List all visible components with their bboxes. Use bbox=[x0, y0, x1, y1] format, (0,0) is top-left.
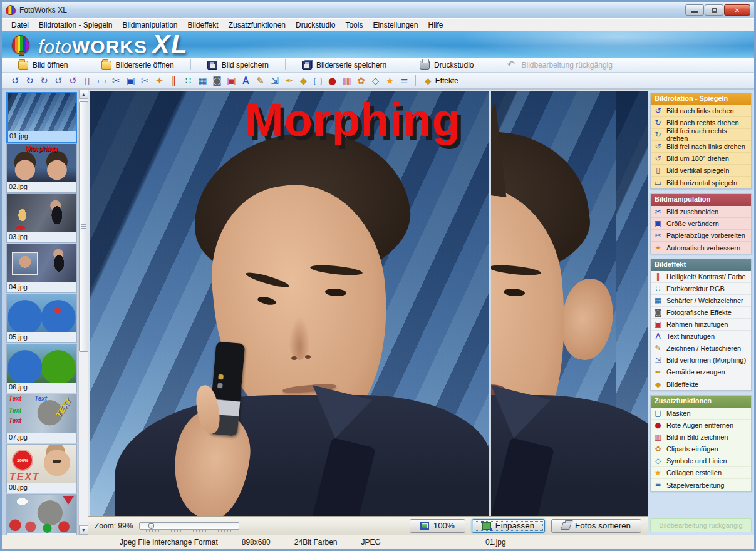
flip-vertical-icon[interactable]: ▯ bbox=[80, 75, 95, 87]
image-in-image-icon[interactable]: ▥ bbox=[339, 75, 354, 87]
effects-button[interactable]: ◆Effekte bbox=[420, 75, 463, 87]
panel-item-bildeffekte[interactable]: ◆Bildeffekte bbox=[651, 378, 751, 390]
panel-item-sch-rfer-weichzeichner[interactable]: ▦Schärfer / Weichzeichner bbox=[651, 295, 751, 307]
menu-item-bildmanipulation[interactable]: Bildmanipulation bbox=[118, 19, 182, 31]
panel-item-farbkorrektur-rgb[interactable]: ∷Farbkorrektur RGB bbox=[651, 283, 751, 295]
scrollbar-track[interactable] bbox=[79, 99, 88, 525]
thumbnail-04-jpg[interactable]: 04.jpg bbox=[6, 244, 77, 293]
zoom-100-button[interactable]: 100% bbox=[410, 519, 465, 533]
panel-item-gr-e-ver-ndern[interactable]: ▣Größe verändern bbox=[651, 218, 751, 230]
panel-item-helligkeit-kontrast-farbe[interactable]: ‖Helligkeit/ Kontrast/ Farbe bbox=[651, 271, 751, 283]
panel-item-zeichnen-retuschieren[interactable]: ✎Zeichnen / Retuschieren bbox=[651, 342, 751, 354]
menu-item-tools[interactable]: Tools bbox=[341, 19, 367, 31]
brightness-contrast-icon[interactable]: ‖ bbox=[167, 75, 181, 87]
paper-prints-icon[interactable]: ✂ bbox=[138, 75, 152, 87]
toolbar-button-bildbearbeitung-r-ckg-ngig[interactable]: ↶Bildbearbeitung rückgängig bbox=[490, 58, 628, 72]
crop-image-icon[interactable]: ✂ bbox=[109, 75, 123, 87]
resize-icon[interactable]: ▣ bbox=[123, 75, 138, 87]
image-canvas[interactable]: Morphing bbox=[88, 90, 648, 516]
menu-item-datei[interactable]: Datei bbox=[7, 19, 33, 31]
panel-item-bild-verformen-morphing[interactable]: ⇲Bild verformen (Morphing) bbox=[651, 354, 751, 366]
thumbnail-02-jpg[interactable]: Morphing02.jpg bbox=[6, 143, 77, 193]
draw-retouch-icon[interactable]: ✎ bbox=[253, 75, 267, 87]
scrollbar-thumb[interactable] bbox=[79, 101, 88, 352]
thumbnail-01-jpg[interactable]: 01.jpg bbox=[6, 92, 77, 143]
undo-edit-button[interactable]: Bildbearbeitung rückgängig bbox=[650, 518, 752, 532]
toolbar-button-bilderserie-ffnen[interactable]: Bilderserie öffnen bbox=[85, 58, 190, 72]
rotate-left-icon[interactable]: ↺ bbox=[8, 75, 23, 87]
add-text-icon[interactable]: A bbox=[239, 75, 253, 87]
close-button[interactable]: ✕ bbox=[724, 4, 750, 16]
rotate-180-icon[interactable]: ↺ bbox=[66, 75, 80, 87]
maximize-button[interactable] bbox=[705, 4, 723, 16]
menu-item-zusatzfunktionen[interactable]: Zusatzfunktionen bbox=[224, 19, 290, 31]
red-eye-icon[interactable]: ● bbox=[325, 75, 339, 87]
thumbnail-07-jpg[interactable]: TextTextTextTextTEXT07.jpg bbox=[6, 394, 77, 443]
painting-icon[interactable]: ✒ bbox=[282, 75, 296, 87]
menu-item-hilfe[interactable]: Hilfe bbox=[423, 19, 447, 31]
panel-item-masken[interactable]: ▢Masken bbox=[651, 408, 751, 420]
panel-item-rote-augen-entfernen[interactable]: ●Rote Augen entfernen bbox=[651, 420, 751, 431]
rotate-free-right-icon[interactable]: ↻ bbox=[37, 75, 51, 87]
panel-item-cliparts-einf-gen[interactable]: ✿Cliparts einfügen bbox=[651, 443, 751, 455]
panel-item-papierabz-ge-vorbereiten[interactable]: ✂Papierabzüge vorbereiten bbox=[651, 230, 751, 242]
toolbar-button-bilderserie-speichern[interactable]: Bilderserie speichern bbox=[286, 58, 403, 72]
panel-item-bild-vertikal-spiegeln[interactable]: ▯Bild vertikal spiegeln bbox=[651, 165, 751, 177]
panel-item-bild-frei-nach-rechts-drehen[interactable]: ↻Bild frei nach rechts drehen bbox=[651, 129, 751, 141]
flip-horizontal-icon[interactable]: ▭ bbox=[95, 75, 109, 87]
thumbnail-06-jpg[interactable]: 06.jpg bbox=[6, 344, 77, 393]
menu-item-druckstudio[interactable]: Druckstudio bbox=[291, 19, 339, 31]
panel-item-bild-in-bild-zeichnen[interactable]: ▥Bild in Bild zeichnen bbox=[651, 431, 751, 443]
rotate-free-left-icon[interactable]: ↺ bbox=[51, 75, 66, 87]
thumbnail-image-04-jpg bbox=[7, 244, 76, 282]
toolbar-button-bild-speichern[interactable]: Bild speichern bbox=[191, 58, 285, 72]
menu-item-bildrotation-spiegeln[interactable]: Bildrotation - Spiegeln bbox=[34, 19, 117, 31]
window-title: FotoWorks XL bbox=[19, 6, 67, 14]
effects-bucket-icon: ◆ bbox=[653, 380, 663, 389]
rotate-right-icon[interactable]: ↻ bbox=[23, 75, 37, 87]
symbols-lines-icon[interactable]: ◇ bbox=[368, 75, 383, 87]
fit-to-window-button[interactable]: Einpassen bbox=[472, 519, 545, 533]
effects-bucket-icon[interactable]: ◆ bbox=[296, 75, 311, 87]
rgb-correction-icon[interactable]: ∷ bbox=[181, 75, 195, 87]
collage-icon[interactable]: ★ bbox=[383, 75, 397, 87]
mask-icon[interactable]: ▢ bbox=[311, 75, 325, 87]
toolbar-button-druckstudio[interactable]: Druckstudio bbox=[403, 58, 490, 72]
thumbnail-image-03-jpg bbox=[7, 194, 76, 232]
mask-icon: ▢ bbox=[653, 409, 663, 418]
panel-item-bild-frei-nach-links-drehen[interactable]: ↺Bild frei nach links drehen bbox=[651, 141, 751, 153]
panel-item-text-hinzuf-gen[interactable]: AText hinzufügen bbox=[651, 331, 751, 342]
morphing-icon[interactable]: ⇲ bbox=[267, 75, 282, 87]
menu-item-einstellungen[interactable]: Einstellungen bbox=[368, 19, 422, 31]
panel-item-gem-lde-erzeugen[interactable]: ✒Gemälde erzeugen bbox=[651, 366, 751, 378]
scroll-down-button[interactable]: ▼ bbox=[79, 525, 88, 535]
auto-enhance-icon[interactable]: ✦ bbox=[152, 75, 167, 87]
scroll-up-button[interactable]: ▲ bbox=[79, 90, 88, 99]
thumbnail-03-jpg[interactable]: 03.jpg bbox=[6, 193, 77, 243]
thumbnail-05-jpg[interactable]: 05.jpg bbox=[6, 294, 77, 343]
toolbar-button-bild-ffnen[interactable]: Bild öffnen bbox=[2, 58, 85, 72]
sort-photos-button[interactable]: Fotos sortieren bbox=[551, 519, 641, 533]
sharpen-blur-icon[interactable]: ▦ bbox=[195, 75, 210, 87]
panel-item-bild-nach-links-drehen[interactable]: ↺Bild nach links drehen bbox=[651, 105, 751, 117]
cliparts-icon[interactable]: ✿ bbox=[354, 75, 368, 87]
thumbnail-09-jpg[interactable]: 09.jpg bbox=[6, 494, 77, 535]
panel-item-fotografische-effekte[interactable]: ◙Fotografische Effekte bbox=[651, 307, 751, 319]
add-frame-icon[interactable]: ▣ bbox=[224, 75, 239, 87]
panel-item-automatisch-verbessern[interactable]: ✦Automatisch verbessern bbox=[651, 242, 751, 254]
panel-item-rahmen-hinzuf-gen[interactable]: ▣Rahmen hinzufügen bbox=[651, 319, 751, 331]
menu-item-bildeffekt[interactable]: Bildeffekt bbox=[183, 19, 222, 31]
panel-item-bild-zuschneiden[interactable]: ✂Bild zuschneiden bbox=[651, 206, 751, 218]
panel-item-collagen-erstellen[interactable]: ★Collagen erstellen bbox=[651, 467, 751, 479]
panel-item-bild-um-180-drehen[interactable]: ↺Bild um 180° drehen bbox=[651, 153, 751, 165]
thumbnail-08-jpg[interactable]: 100%TEXT08.jpg bbox=[6, 444, 77, 493]
auto-enhance-icon: ✦ bbox=[653, 244, 663, 252]
minimize-button[interactable] bbox=[685, 4, 704, 16]
batch-icon[interactable]: ≡ bbox=[397, 75, 412, 87]
panel-item-symbole-und-linien[interactable]: ◇Symbole und Linien bbox=[651, 455, 751, 467]
photo-effects-icon[interactable]: ◙ bbox=[210, 75, 224, 87]
zoom-slider[interactable] bbox=[139, 522, 239, 530]
panel-item-bild-horizontal-spiegeln[interactable]: ▭Bild horizontal spiegeln bbox=[651, 177, 751, 188]
panel-item-stapelverarbeitung[interactable]: ≡Stapelverarbeitung bbox=[651, 479, 751, 491]
zoom-slider-thumb[interactable] bbox=[148, 523, 154, 529]
